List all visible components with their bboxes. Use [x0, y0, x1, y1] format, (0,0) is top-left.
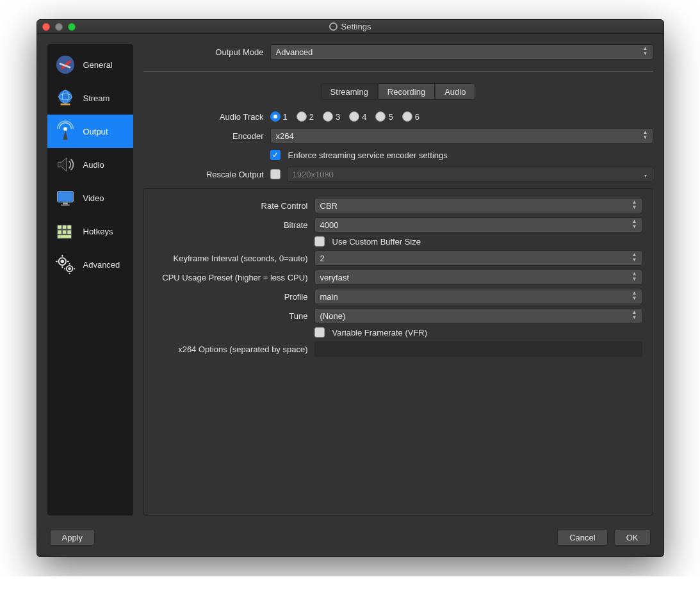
profile-label: Profile — [154, 292, 309, 302]
output-tabs: Streaming Recording Audio — [143, 83, 653, 100]
svg-point-20 — [61, 260, 63, 263]
output-mode-value: Advanced — [276, 47, 313, 57]
audio-track-label: Audio Track — [143, 112, 265, 122]
cpu-preset-value: veryfast — [320, 273, 350, 282]
dialog-footer: Apply Cancel OK — [37, 526, 663, 556]
audio-track-4-radio[interactable] — [349, 111, 359, 122]
rescale-output-label: Rescale Output — [143, 170, 265, 179]
tune-value: (None) — [320, 311, 346, 321]
bitrate-input[interactable]: 4000 ▲▼ — [314, 217, 642, 232]
x264-options-input[interactable] — [314, 341, 642, 357]
audio-track-2-radio[interactable] — [297, 111, 307, 122]
window-title: Settings — [37, 22, 663, 31]
sidebar-item-label: Output — [83, 127, 108, 136]
tab-recording[interactable]: Recording — [378, 83, 435, 100]
audio-track-6-label: 6 — [415, 112, 419, 122]
keyboard-icon — [54, 220, 77, 243]
svg-rect-11 — [61, 204, 69, 206]
tab-streaming[interactable]: Streaming — [321, 83, 378, 100]
wrench-icon — [54, 53, 77, 76]
settings-window: Settings General Stream Output — [37, 19, 664, 557]
obs-icon — [329, 22, 338, 31]
audio-track-6-radio[interactable] — [402, 111, 412, 122]
output-mode-label: Output Mode — [143, 47, 265, 57]
rescale-output-value: 1920x1080 — [293, 170, 334, 179]
select-stepper-icon: ▲▼ — [630, 200, 639, 211]
titlebar: Settings — [37, 20, 663, 34]
tab-audio[interactable]: Audio — [435, 83, 475, 100]
x264-options-label: x264 Options (separated by space) — [154, 345, 309, 354]
rate-control-label: Rate Control — [154, 201, 309, 211]
keyframe-interval-input[interactable]: 2 ▲▼ — [314, 250, 642, 266]
svg-rect-16 — [62, 230, 67, 234]
monitor-icon — [54, 186, 77, 209]
dropdown-caret-icon: ▾ — [641, 168, 650, 180]
audio-track-1-label: 1 — [283, 112, 288, 122]
svg-rect-15 — [57, 230, 61, 234]
speaker-icon — [54, 153, 77, 176]
sidebar-item-output[interactable]: Output — [47, 115, 133, 148]
svg-rect-14 — [67, 225, 71, 230]
minimize-window-button[interactable] — [55, 23, 63, 31]
svg-rect-17 — [67, 230, 71, 234]
cancel-button[interactable]: Cancel — [557, 529, 607, 546]
close-window-button[interactable] — [42, 23, 50, 31]
ok-button[interactable]: OK — [614, 529, 651, 546]
main-panel: Output Mode Advanced ▲▼ Streaming Record… — [143, 44, 653, 516]
cpu-preset-select[interactable]: veryfast ▲▼ — [314, 270, 642, 285]
sidebar-item-label: Video — [83, 193, 104, 203]
sidebar-item-advanced[interactable]: Advanced — [47, 248, 133, 281]
svg-point-26 — [69, 268, 70, 270]
sidebar-item-stream[interactable]: Stream — [47, 81, 133, 115]
sidebar-item-audio[interactable]: Audio — [47, 148, 133, 181]
sidebar-item-label: Advanced — [83, 260, 120, 270]
audio-track-5-label: 5 — [388, 112, 393, 122]
encoder-label: Encoder — [143, 131, 265, 141]
rescale-output-select[interactable]: 1920x1080 ▾ — [287, 166, 653, 182]
select-stepper-icon: ▲▼ — [641, 130, 650, 142]
svg-rect-13 — [62, 225, 67, 230]
cpu-preset-label: CPU Usage Preset (higher = less CPU) — [154, 273, 309, 282]
audio-track-1-radio[interactable] — [270, 111, 281, 122]
output-mode-select[interactable]: Advanced ▲▼ — [270, 44, 653, 60]
custom-buffer-checkbox[interactable] — [314, 236, 325, 247]
svg-rect-18 — [57, 235, 71, 239]
audio-track-5-radio[interactable] — [375, 111, 386, 122]
sidebar-item-general[interactable]: General — [47, 48, 133, 81]
select-stepper-icon: ▲▼ — [641, 46, 650, 58]
zoom-window-button[interactable] — [68, 23, 76, 31]
number-stepper-icon[interactable]: ▲▼ — [630, 252, 639, 264]
rescale-output-checkbox[interactable] — [270, 169, 281, 179]
vfr-checkbox[interactable] — [314, 327, 325, 337]
profile-select[interactable]: main ▲▼ — [314, 289, 642, 304]
svg-rect-9 — [58, 193, 72, 201]
sidebar-item-hotkeys[interactable]: Hotkeys — [47, 215, 133, 248]
svg-rect-6 — [60, 104, 70, 106]
apply-button[interactable]: Apply — [50, 529, 95, 546]
encoder-select[interactable]: x264 ▲▼ — [270, 128, 653, 143]
encoder-value: x264 — [276, 131, 294, 141]
select-stepper-icon: ▲▼ — [630, 272, 639, 283]
rate-control-value: CBR — [320, 201, 338, 211]
select-stepper-icon: ▲▼ — [630, 291, 639, 302]
bitrate-value: 4000 — [320, 220, 339, 230]
gears-icon — [54, 253, 77, 276]
svg-rect-12 — [57, 225, 61, 230]
section-divider — [143, 71, 653, 72]
sidebar-item-label: General — [83, 60, 113, 70]
sidebar-item-label: Stream — [83, 93, 110, 103]
globe-icon — [54, 86, 77, 110]
rate-control-select[interactable]: CBR ▲▼ — [314, 198, 642, 213]
enforce-encoder-label: Enforce streaming service encoder settin… — [288, 150, 448, 160]
select-stepper-icon: ▲▼ — [630, 310, 639, 321]
enforce-encoder-checkbox[interactable] — [270, 150, 281, 160]
number-stepper-icon[interactable]: ▲▼ — [630, 219, 639, 231]
audio-track-3-radio[interactable] — [323, 111, 333, 122]
window-controls — [42, 23, 76, 31]
audio-track-3-label: 3 — [336, 112, 340, 122]
tune-select[interactable]: (None) ▲▼ — [314, 308, 642, 323]
antenna-icon — [54, 120, 77, 143]
svg-rect-10 — [63, 203, 68, 205]
sidebar-item-video[interactable]: Video — [47, 181, 133, 215]
sidebar-item-label: Hotkeys — [83, 227, 113, 236]
